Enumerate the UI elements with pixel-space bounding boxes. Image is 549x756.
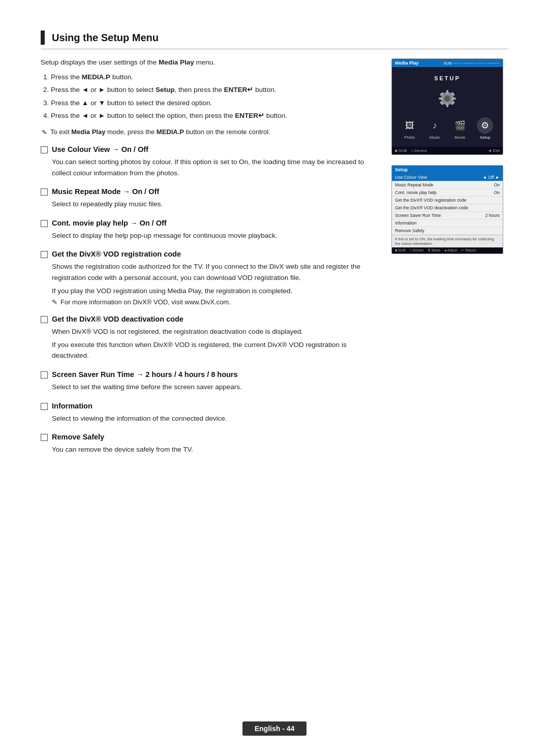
section-music-repeat-body: Select to repeatedly play music files.	[52, 199, 379, 210]
value-6: 2 hours	[485, 213, 500, 218]
setup-row-colour-view: Use Colour View ◄ Off ►	[392, 174, 503, 181]
svg-rect-5	[452, 98, 456, 100]
row-label-2: Music Repeat Mode	[395, 182, 434, 187]
section-heading-text-3: Cont. movie play help → On / Off	[52, 219, 167, 227]
section-divx-reg-heading: Get the DivX® VOD registration code	[41, 250, 379, 258]
section-heading-text-4: Get the DivX® VOD registration code	[52, 250, 181, 258]
tv-screen-2: Setup Use Colour View ◄ Off ► Music Repe…	[391, 165, 503, 254]
svg-rect-4	[439, 98, 443, 100]
checkbox-icon-4	[41, 251, 48, 258]
setup-row-divx-reg: Get the DivX® VOD registration code	[392, 197, 503, 204]
tv-icon-setup: ⚙ Setup	[477, 117, 493, 140]
value-2: On	[494, 182, 500, 187]
main-content: Setup displays the user settings of the …	[41, 58, 379, 457]
setup-note-box: If this is set to ON, the loading time i…	[392, 235, 503, 247]
section-divx-deact-heading: Get the DivX® VOD deactivation code	[41, 315, 379, 323]
title-accent	[41, 30, 45, 45]
step-3: Press the ▲ or ▼ button to select the de…	[51, 98, 379, 108]
setup-note-text: If this is set to ON, the loading time i…	[395, 237, 494, 246]
right-arrow-1: ►	[496, 175, 500, 180]
section-heading-text-7: Information	[52, 402, 93, 410]
row-label-1: Use Colour View	[395, 175, 427, 180]
section-information-body: Select to viewing the information of the…	[52, 413, 379, 424]
checkbox-icon	[41, 146, 48, 153]
bottom-device: □ Device	[411, 148, 428, 153]
section-title-bar: Using the Setup Menu	[41, 30, 508, 49]
tv-subtitle-1: SUB ─── ──── ──── ────	[443, 61, 500, 66]
photo-label: Photo	[404, 135, 415, 140]
setup-label-text: Setup	[480, 135, 491, 140]
step-4: Press the ◄ or ► button to select the op…	[51, 111, 379, 121]
tv-icon-music: ♪ Music	[426, 117, 443, 140]
tv-screen-1: Media Play SUB ─── ──── ──── ──── SETUP	[391, 58, 503, 155]
gear-icon	[435, 86, 460, 111]
section-heading-text-8: Remove Safely	[52, 433, 104, 441]
section-divx-deact-body2: If you execute this function when DivX® …	[52, 339, 379, 361]
page-container: Using the Setup Menu Setup displays the …	[0, 0, 549, 756]
footer-badge: English - 44	[242, 721, 307, 736]
row-label-8: Remove Safely	[395, 228, 424, 233]
checkbox-icon-6	[41, 371, 48, 379]
row-label-6: Screen Saver Run Time	[395, 213, 441, 218]
setup-row-music-repeat: Music Repeat Mode On	[392, 181, 503, 189]
row-label-7: Information	[395, 220, 417, 226]
setup-row-information: Information	[392, 219, 503, 227]
value-1: Off	[488, 175, 494, 180]
music-label: Music	[430, 135, 440, 140]
tv-icon-photo: 🖼 Photo	[402, 117, 418, 140]
bottom2-sub: ■ SUB	[395, 248, 406, 253]
section-remove-safely-body: You can remove the device safely from th…	[52, 444, 379, 455]
setup-row-screen-saver: Screen Saver Run Time 2 hours	[392, 212, 503, 219]
section-divx-reg-note: ✎ For more information on DivX® VOD, vis…	[52, 298, 379, 306]
row-value-1: ◄ Off ►	[482, 175, 500, 180]
bottom-sub: ■ SUB	[395, 148, 407, 153]
tv-icon-movie: 🎬 Movie	[452, 117, 468, 140]
exit-note: ✎ To exit Media Play mode, press the MED…	[42, 128, 379, 136]
setup-row-remove-safely: Remove Safely	[392, 227, 503, 235]
svg-rect-2	[446, 90, 448, 94]
step-1: Press the MEDIA.P button.	[51, 72, 379, 82]
section-divx-deact-body1: When DivX® VOD is not registered, the re…	[52, 326, 379, 337]
section-music-repeat-heading: Music Repeat Mode → On / Off	[41, 187, 379, 196]
setup-icon: ⚙	[477, 117, 493, 134]
content-area: Setup displays the user settings of the …	[41, 58, 508, 457]
left-arrow-1: ◄	[482, 175, 486, 180]
note-text-2: For more information on DivX® VOD, visit…	[60, 298, 231, 306]
value-3: On	[494, 190, 500, 195]
section-remove-safely-heading: Remove Safely	[41, 433, 379, 441]
bottom2-device: □ Device	[410, 248, 424, 253]
section-use-colour-view-heading: Use Colour View → On / Off	[41, 145, 379, 153]
section-heading-text-2: Music Repeat Mode → On / Off	[52, 187, 159, 196]
setup-row-divx-deact: Get the DivX® VOD deactivation code	[392, 204, 503, 212]
section-heading-text-6: Screen Saver Run Time → 2 hours / 4 hour…	[52, 370, 238, 379]
tv-icons-row-1: 🖼 Photo ♪ Music 🎬 Movie ⚙	[395, 114, 500, 143]
svg-point-1	[444, 96, 450, 102]
tv-top-bar-1: Media Play SUB ─── ──── ──── ────	[392, 59, 503, 67]
bottom-exit: ◄ Exit	[488, 148, 500, 153]
section-screen-saver-heading: Screen Saver Run Time → 2 hours / 4 hour…	[41, 370, 379, 379]
note-icon: ✎	[42, 129, 47, 136]
row-label-5: Get the DivX® VOD deactivation code	[395, 205, 468, 210]
movie-label: Movie	[454, 135, 465, 140]
bottom2-return: ↩ Return	[461, 248, 476, 253]
bottom2-move: ⬆ Move	[428, 248, 440, 253]
section-divx-reg-body2: If you play the VOD registration using M…	[52, 286, 379, 297]
section-use-colour-view-body: You can select sorting photos by colour.…	[52, 156, 379, 178]
checkbox-icon-8	[41, 434, 48, 441]
section-heading-text: Use Colour View → On / Off	[52, 145, 148, 153]
bottom2-adjust: ● Adjust	[444, 248, 457, 253]
page-title: Using the Setup Menu	[52, 32, 159, 44]
section-heading-text-5: Get the DivX® VOD deactivation code	[52, 315, 184, 323]
right-panel: Media Play SUB ─── ──── ──── ──── SETUP	[391, 58, 508, 457]
setup-row-cont-movie: Cont. movie play help On	[392, 189, 503, 197]
tv-body-1: SETUP	[392, 67, 503, 147]
checkbox-icon-2	[41, 188, 48, 196]
setup-menu-rows: Use Colour View ◄ Off ► Music Repeat Mod…	[392, 174, 503, 235]
section-cont-movie-body: Select to display the help pop-up messag…	[52, 230, 379, 241]
setup-screen-bottom: ■ SUB □ Device ⬆ Move ● Adjust ↩ Return	[392, 247, 503, 254]
setup-screen-title: Setup	[392, 166, 503, 174]
note-text: To exit Media Play mode, press the MEDIA…	[50, 128, 270, 136]
checkbox-icon-3	[41, 220, 48, 227]
row-label-3: Cont. movie play help	[395, 190, 437, 195]
photo-icon: 🖼	[402, 117, 418, 134]
